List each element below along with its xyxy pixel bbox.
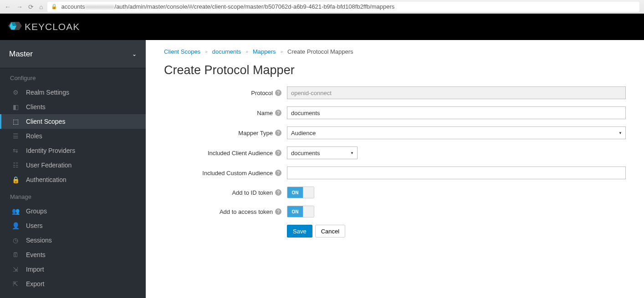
chevron-right-icon: » [245,49,248,54]
sidebar-item-label: Export [26,280,44,288]
sidebar-item-user-federation[interactable]: ☷ User Federation [0,158,146,172]
sidebar-item-label: Users [26,222,43,229]
sidebar-item-client-scopes[interactable]: ⬚ Client Scopes [0,114,146,129]
sidebar-item-label: Realm Settings [26,89,69,96]
toggle-handle [303,187,314,198]
mapper-type-select[interactable]: Audience [287,126,626,139]
name-label: Name [257,110,273,116]
chevron-right-icon: » [205,49,208,54]
sidebar-item-label: User Federation [26,162,72,169]
breadcrumb-link[interactable]: Mappers [253,48,276,55]
back-icon[interactable]: ← [5,3,11,10]
sidebar-item-events[interactable]: 🗓 Events [0,247,146,262]
sidebar-item-clients[interactable]: ◧ Clients [0,100,146,114]
url-text-prefix: accounts [61,3,85,10]
home-icon[interactable]: ⌂ [39,3,43,10]
included-custom-audience-label: Included Custom Audience [202,170,273,177]
browser-chrome: ← → ⟳ ⌂ 🔒 accountsxxxxxxxxxx/auth/admin/… [0,0,644,14]
database-icon: ☷ [11,162,20,169]
realm-selector[interactable]: Master ⌄ [0,40,146,68]
toggle-handle [303,206,314,217]
sidebar-item-label: Sessions [26,237,52,244]
add-to-id-token-toggle[interactable]: ON [287,187,314,198]
help-icon[interactable]: ? [275,110,281,116]
cube-icon: ◧ [11,103,20,111]
sidebar-section-manage: Manage [0,187,146,204]
help-icon[interactable]: ? [275,150,281,156]
sidebar-item-identity-providers[interactable]: ⇆ Identity Providers [0,143,146,158]
sidebar-item-label: Import [26,266,44,273]
breadcrumb-link[interactable]: documents [212,48,241,55]
sidebar: Master ⌄ Configure ⚙ Realm Settings ◧ Cl… [0,40,146,298]
sidebar-item-label: Client Scopes [26,118,65,125]
breadcrumb-link[interactable]: Client Scopes [164,48,200,55]
sidebar-item-groups[interactable]: 👥 Groups [0,204,146,218]
breadcrumb-current: Create Protocol Mappers [287,48,353,55]
sliders-icon: ⚙ [11,89,20,96]
chevron-right-icon: » [281,49,283,54]
lock-icon: 🔒 [11,176,20,183]
lock-icon: 🔒 [51,4,57,10]
logo-text: KEYCLOAK [25,21,80,32]
breadcrumb: Client Scopes » documents » Mappers » Cr… [164,48,626,55]
toggle-on-label: ON [287,187,303,198]
toggle-on-label: ON [287,206,303,217]
help-icon[interactable]: ? [275,90,281,96]
url-text-suffix: /auth/admin/master/console/#/create/clie… [115,3,395,10]
group-icon: 👥 [11,207,20,215]
reload-icon[interactable]: ⟳ [28,3,34,10]
user-icon: 👤 [11,222,20,229]
url-bar[interactable]: 🔒 accountsxxxxxxxxxx/auth/admin/master/c… [47,2,639,12]
exchange-icon: ⇆ [11,147,20,154]
sidebar-item-authentication[interactable]: 🔒 Authentication [0,172,146,187]
sidebar-item-label: Events [26,251,46,258]
main-content: Client Scopes » documents » Mappers » Cr… [146,40,644,298]
sidebar-item-label: Authentication [26,176,66,183]
cancel-button[interactable]: Cancel [315,225,345,237]
sidebar-item-sessions[interactable]: ◷ Sessions [0,233,146,247]
sidebar-item-export[interactable]: ⇱ Export [0,277,146,291]
list-icon: ☰ [11,132,20,140]
sidebar-item-realm-settings[interactable]: ⚙ Realm Settings [0,85,146,100]
protocol-input [287,86,626,99]
logo-icon [8,21,22,33]
realm-name: Master [9,50,33,59]
sidebar-section-configure: Configure [0,68,146,85]
calendar-icon: 🗓 [11,251,20,258]
included-client-audience-select[interactable]: documents [287,146,358,159]
sidebar-item-label: Groups [26,207,47,215]
help-icon[interactable]: ? [275,189,281,196]
cubes-icon: ⬚ [11,118,20,125]
export-icon: ⇱ [11,280,20,288]
forward-icon[interactable]: → [16,3,23,10]
help-icon[interactable]: ? [275,130,281,136]
add-to-id-token-label: Add to ID token [232,189,273,196]
sidebar-item-label: Clients [26,103,46,111]
add-to-access-token-label: Add to access token [220,208,273,215]
included-client-audience-label: Included Client Audience [208,150,273,157]
help-icon[interactable]: ? [275,208,281,215]
add-to-access-token-toggle[interactable]: ON [287,206,314,217]
sidebar-item-roles[interactable]: ☰ Roles [0,129,146,143]
sidebar-item-users[interactable]: 👤 Users [0,218,146,233]
included-custom-audience-input[interactable] [287,167,626,179]
protocol-label: Protocol [251,90,273,96]
clock-icon: ◷ [11,237,20,244]
app-header: KEYCLOAK [0,14,644,40]
sidebar-item-import[interactable]: ⇲ Import [0,262,146,277]
chevron-down-icon: ⌄ [132,51,137,57]
help-icon[interactable]: ? [275,170,281,176]
import-icon: ⇲ [11,266,20,273]
save-button[interactable]: Save [287,225,312,237]
sidebar-item-label: Roles [26,132,42,140]
logo[interactable]: KEYCLOAK [8,21,80,33]
name-input[interactable] [287,106,626,119]
mapper-type-label: Mapper Type [238,130,273,136]
sidebar-item-label: Identity Providers [26,147,75,154]
page-title: Create Protocol Mapper [164,63,626,77]
url-text-blur: xxxxxxxxxx [85,3,115,10]
